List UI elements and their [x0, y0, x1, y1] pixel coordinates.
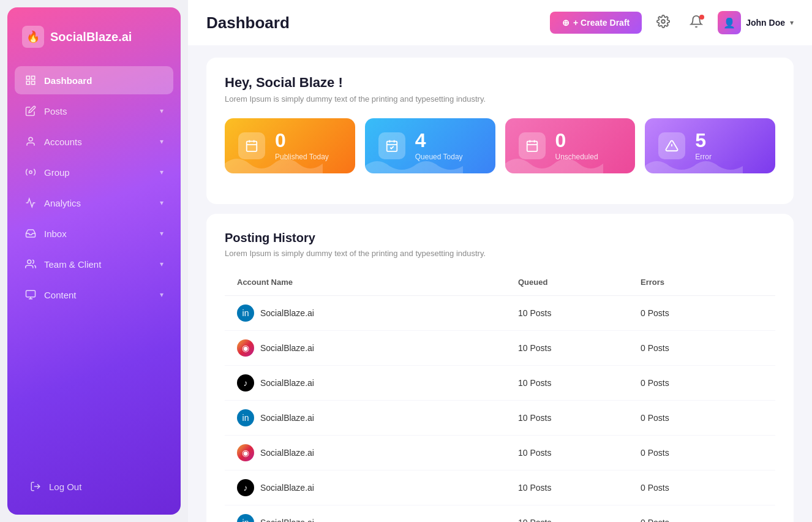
errors-count: 0 Posts [641, 343, 763, 353]
stat-card-unscheduled: 0 Unscheduled [505, 118, 636, 173]
sidebar-item-content[interactable]: Content ▾ [15, 281, 173, 309]
svg-rect-0 [26, 76, 29, 79]
table-row: ♪ SocialBlaze.ai 10 Posts 0 Posts [225, 366, 775, 401]
posting-history-subtitle: Lorem Ipsum is simply dummy text of the … [225, 249, 775, 258]
col-errors: Errors [641, 278, 763, 287]
unscheduled-number: 0 [555, 130, 598, 150]
published-number: 0 [275, 130, 329, 150]
table-row: in SocialBlaze.ai 10 Posts 0 Posts [225, 296, 775, 331]
table-header: Account Name Queued Errors [225, 269, 775, 296]
page-title: Dashboard [206, 13, 290, 32]
create-draft-button[interactable]: ⊕ + Create Draft [550, 12, 642, 34]
table-row: in SocialBlaze.ai 10 Posts 0 Posts [225, 401, 775, 436]
group-icon [24, 166, 37, 178]
account-name: SocialBlaze.ai [260, 518, 314, 522]
sidebar-item-posts[interactable]: Posts ▾ [15, 97, 173, 125]
analytics-label: Analytics [44, 198, 81, 208]
queued-count: 10 Posts [518, 308, 641, 318]
user-chevron-icon: ▾ [790, 18, 794, 27]
stats-grid: 0 Published Today 4 Queued Today [225, 118, 775, 173]
settings-button[interactable] [652, 11, 675, 34]
nav-items: Dashboard Posts ▾ Accounts ▾ [7, 66, 181, 471]
posts-label: Posts [44, 106, 67, 116]
welcome-title: Hey, Social Blaze ! [225, 75, 775, 91]
notifications-button[interactable] [685, 11, 708, 34]
errors-count: 0 Posts [641, 308, 763, 318]
account-name: SocialBlaze.ai [260, 483, 314, 493]
table-row: in SocialBlaze.ai 10 Posts 0 Posts [225, 505, 775, 522]
dashboard-label: Dashboard [44, 75, 92, 86]
table-row: ◉ SocialBlaze.ai 10 Posts 0 Posts [225, 436, 775, 471]
team-client-icon [24, 258, 37, 270]
user-profile[interactable]: 👤 John Doe ▾ [718, 11, 794, 34]
team-client-label: Team & Client [44, 259, 101, 270]
svg-point-11 [661, 20, 665, 23]
posting-history-table: Account Name Queued Errors in SocialBlaz… [225, 269, 775, 522]
queued-number: 4 [415, 130, 463, 150]
content-area: Hey, Social Blaze ! Lorem Ipsum is simpl… [188, 45, 812, 522]
table-row: ♪ SocialBlaze.ai 10 Posts 0 Posts [225, 471, 775, 505]
team-client-chevron-icon: ▾ [160, 260, 164, 268]
posts-chevron-icon: ▾ [160, 107, 164, 115]
linkedin-icon: in [237, 304, 254, 322]
queued-count: 10 Posts [518, 518, 641, 522]
svg-point-5 [29, 171, 32, 174]
content-label: Content [44, 290, 77, 300]
svg-rect-7 [26, 290, 36, 297]
errors-count: 0 Posts [641, 413, 763, 423]
header: Dashboard ⊕ + Create Draft 👤 John Doe [188, 0, 812, 45]
instagram-icon: ◉ [237, 339, 254, 357]
header-right: ⊕ + Create Draft 👤 John Doe ▾ [550, 11, 794, 34]
col-queued: Queued [518, 278, 641, 287]
welcome-card: Hey, Social Blaze ! Lorem Ipsum is simpl… [206, 58, 794, 204]
account-name: SocialBlaze.ai [260, 378, 314, 388]
logo-text: SocialBlaze.ai [50, 30, 132, 44]
create-draft-label: + Create Draft [573, 18, 630, 28]
sidebar-item-team-client[interactable]: Team & Client ▾ [15, 250, 173, 278]
sidebar-item-group[interactable]: Group ▾ [15, 158, 173, 186]
analytics-icon [24, 197, 37, 209]
svg-rect-3 [32, 81, 35, 85]
logout-icon [29, 480, 42, 493]
content-chevron-icon: ▾ [160, 290, 164, 299]
errors-count: 0 Posts [641, 483, 763, 493]
stat-card-published: 0 Published Today [225, 118, 355, 173]
svg-rect-2 [26, 81, 29, 85]
sidebar-item-inbox[interactable]: Inbox ▾ [15, 219, 173, 248]
notification-badge [699, 15, 704, 20]
col-account-name: Account Name [237, 278, 518, 287]
sidebar: 🔥 SocialBlaze.ai Dashboard Posts ▾ [7, 7, 181, 515]
svg-rect-1 [32, 76, 35, 79]
table-row: ◉ SocialBlaze.ai 10 Posts 0 Posts [225, 331, 775, 366]
posts-icon [24, 105, 37, 117]
account-name: SocialBlaze.ai [260, 448, 314, 458]
stat-card-queued: 4 Queued Today [365, 118, 495, 173]
errors-count: 0 Posts [641, 448, 763, 458]
linkedin-icon: in [237, 409, 254, 426]
stat-card-error: 5 Error [645, 118, 775, 173]
tiktok-icon: ♪ [237, 479, 254, 496]
sidebar-item-accounts[interactable]: Accounts ▾ [15, 127, 173, 156]
error-number: 5 [695, 130, 712, 150]
queued-count: 10 Posts [518, 413, 641, 423]
queued-count: 10 Posts [518, 378, 641, 388]
errors-count: 0 Posts [641, 378, 763, 388]
inbox-icon [24, 227, 37, 240]
content-icon [24, 289, 37, 301]
svg-point-6 [28, 260, 31, 263]
sidebar-item-dashboard[interactable]: Dashboard [15, 66, 173, 94]
sidebar-item-analytics[interactable]: Analytics ▾ [15, 189, 173, 217]
account-name: SocialBlaze.ai [260, 308, 314, 318]
create-draft-icon: ⊕ [562, 18, 570, 28]
tiktok-icon: ♪ [237, 374, 254, 392]
user-name: John Doe [746, 18, 785, 28]
queued-count: 10 Posts [518, 483, 641, 493]
logo: 🔥 SocialBlaze.ai [7, 20, 181, 66]
inbox-chevron-icon: ▾ [160, 229, 164, 238]
errors-count: 0 Posts [641, 518, 763, 522]
logo-icon: 🔥 [22, 26, 44, 48]
instagram-icon: ◉ [237, 444, 254, 461]
gear-icon [656, 15, 670, 31]
accounts-label: Accounts [44, 137, 82, 147]
logout-button[interactable]: Log Out [15, 471, 173, 502]
